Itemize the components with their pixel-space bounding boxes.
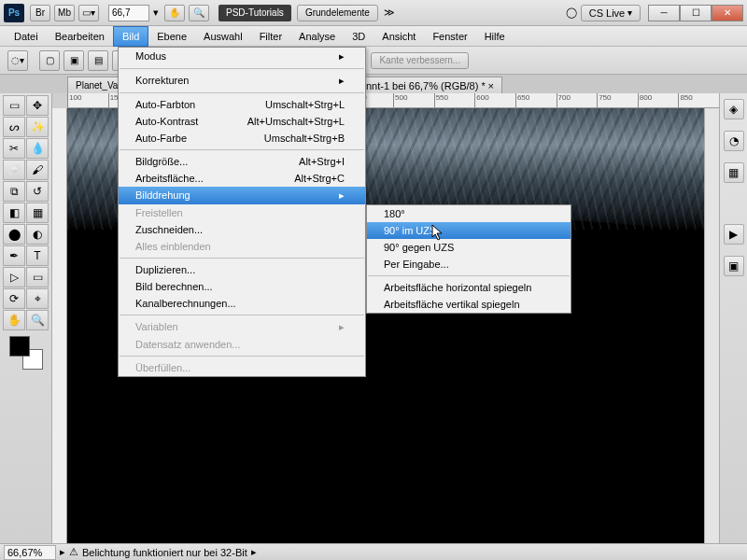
path-select-icon[interactable]: ▷ — [3, 267, 25, 287]
menu-datei[interactable]: Datei — [6, 26, 47, 47]
cslive-button[interactable]: CS Live ▾ — [581, 5, 641, 21]
psd-tutorials-button[interactable]: PSD-Tutorials — [218, 5, 291, 21]
3d-camera-icon[interactable]: ⌖ — [26, 288, 49, 309]
crop-tool-icon[interactable]: ✂ — [3, 138, 25, 159]
menu-fenster[interactable]: Fenster — [424, 26, 475, 47]
menu-item[interactable]: Modus▸ — [119, 48, 365, 65]
stamp-tool-icon[interactable]: ⧉ — [3, 181, 25, 202]
titlebar: Ps Br Mb ▭▾ ▾ ✋ 🔍 PSD-Tutorials Grundele… — [0, 0, 747, 26]
zoom-tool-icon[interactable]: 🔍 — [26, 310, 49, 330]
menu-bearbeiten[interactable]: Bearbeiten — [47, 26, 113, 47]
menu-analyse[interactable]: Analyse — [290, 26, 344, 47]
menu-hilfe[interactable]: Hilfe — [476, 26, 514, 47]
gradient-tool-icon[interactable]: ▦ — [26, 203, 49, 223]
lasso-tool-icon[interactable]: ᔕ — [3, 117, 25, 137]
menu-item[interactable]: Bilddrehung▸ — [119, 187, 365, 204]
selection-new-icon[interactable]: ▢ — [39, 50, 60, 71]
menu-ebene[interactable]: Ebene — [148, 26, 195, 47]
menu-auswahl[interactable]: Auswahl — [195, 26, 251, 47]
selection-sub-icon[interactable]: ▤ — [88, 50, 108, 71]
menu-filter[interactable]: Filter — [251, 26, 290, 47]
history-panel-icon[interactable]: ▶ — [724, 224, 744, 245]
eyedropper-tool-icon[interactable]: 💧 — [26, 138, 49, 159]
options-bar: ◌▾ ▢ ▣ ▤ ▥ B: ⇄ H: Kante verbessern... — [0, 47, 747, 75]
menu-item[interactable]: 90° gegen UZS — [367, 239, 571, 256]
ruler-vertical — [52, 108, 67, 543]
menu-item[interactable]: 90° im UZS — [367, 222, 571, 239]
dodge-tool-icon[interactable]: ◐ — [26, 224, 49, 245]
menu-item[interactable]: Duplizieren... — [119, 261, 365, 278]
menu-item[interactable]: Per Eingabe... — [367, 256, 571, 273]
menu-item[interactable]: Auto-FarbeUmschalt+Strg+B — [119, 130, 365, 147]
magic-wand-icon[interactable]: ✨ — [26, 117, 49, 137]
refine-edge-button[interactable]: Kante verbessern... — [371, 52, 469, 69]
status-message: Belichtung funktioniert nur bei 32-Bit — [82, 547, 247, 558]
close-button[interactable]: ✕ — [712, 5, 743, 21]
pen-tool-icon[interactable]: ✒ — [3, 245, 25, 266]
menu-item[interactable]: Auto-KontrastAlt+Umschalt+Strg+L — [119, 113, 365, 130]
menu-item[interactable]: 180° — [367, 205, 571, 222]
menu-item[interactable]: Korrekturen▸ — [119, 72, 365, 90]
brush-tool-icon[interactable]: 🖌 — [26, 160, 49, 180]
chevron-right-icon[interactable]: ≫ — [384, 7, 395, 19]
selection-add-icon[interactable]: ▣ — [63, 50, 84, 71]
menu-ansicht[interactable]: Ansicht — [374, 26, 424, 47]
hand-tool-icon[interactable]: ✋ — [3, 310, 25, 330]
menu-item: Freistellen — [119, 204, 365, 221]
zoom-icon[interactable]: 🔍 — [189, 5, 209, 21]
status-bar: 66,67% ▸ ⚠ Belichtung funktioniert nur b… — [0, 543, 747, 560]
ps-logo-icon: Ps — [4, 4, 24, 22]
menu-item[interactable]: Auto-FarbtonUmschalt+Strg+L — [119, 96, 365, 113]
scrollbar-vertical[interactable] — [704, 108, 719, 543]
close-tab-icon[interactable]: × — [488, 80, 494, 91]
menu-item: Datensatz anwenden... — [119, 336, 365, 353]
workspace-button[interactable]: Grundelemente — [297, 5, 378, 21]
bridge-icon[interactable]: Br — [30, 5, 50, 21]
layers-panel-icon[interactable]: ◈ — [724, 99, 744, 119]
menu-item[interactable]: Arbeitsfläche horizontal spiegeln — [367, 279, 571, 296]
minibridge-icon[interactable]: Mb — [54, 5, 75, 21]
eraser-tool-icon[interactable]: ◧ — [3, 203, 25, 223]
menu-item: Variablen▸ — [119, 318, 365, 336]
menu-3d[interactable]: 3D — [344, 26, 374, 47]
blur-tool-icon[interactable]: ⬤ — [3, 224, 25, 245]
move-tool-icon[interactable]: ✥ — [26, 95, 49, 116]
history-brush-icon[interactable]: ↺ — [26, 181, 49, 202]
marquee-tool-icon[interactable]: ▭ — [3, 95, 25, 116]
color-picker[interactable] — [9, 336, 43, 370]
menu-item[interactable]: Zuschneiden... — [119, 221, 365, 238]
shape-tool-icon[interactable]: ▭ — [26, 267, 49, 287]
document-tab-bar: Planet_Va… Unbenannt-1 bei 66,7% (RGB/8)… — [0, 75, 747, 93]
3d-tool-icon[interactable]: ⟳ — [3, 288, 25, 309]
marquee-tool-preset-icon[interactable]: ◌▾ — [7, 50, 28, 71]
menu-item[interactable]: Kanalberechnungen... — [119, 295, 365, 312]
zoom-input[interactable] — [108, 5, 149, 21]
hand-icon[interactable]: ✋ — [164, 5, 185, 21]
main-area: ▭✥ ᔕ✨ ✂💧 🩹🖌 ⧉↺ ◧▦ ⬤◐ ✒T ▷▭ ⟳⌖ ✋🔍 1001502… — [0, 93, 747, 543]
foreground-color[interactable] — [9, 336, 30, 357]
type-tool-icon[interactable]: T — [26, 245, 49, 266]
chevron-down-icon[interactable]: ▾ — [153, 7, 159, 19]
toolbox: ▭✥ ᔕ✨ ✂💧 🩹🖌 ⧉↺ ◧▦ ⬤◐ ✒T ▷▭ ⟳⌖ ✋🔍 — [0, 93, 52, 543]
menu-item[interactable]: Arbeitsfläche...Alt+Strg+C — [119, 170, 365, 187]
status-zoom-field[interactable]: 66,67% — [4, 545, 56, 560]
menu-item[interactable]: Arbeitsfläche vertikal spiegeln — [367, 296, 571, 313]
arrow-right-icon[interactable]: ▸ — [60, 546, 65, 558]
menubar: DateiBearbeitenBildEbeneAuswahlFilterAna… — [0, 26, 747, 47]
warning-icon: ⚠ — [69, 546, 78, 558]
maximize-button[interactable]: ☐ — [680, 5, 712, 21]
menu-item[interactable]: Bildgröße...Alt+Strg+I — [119, 153, 365, 170]
swatches-panel-icon[interactable]: ▦ — [724, 162, 744, 183]
healing-brush-icon[interactable]: 🩹 — [3, 160, 25, 180]
menu-item: Überfüllen... — [119, 359, 365, 376]
actions-panel-icon[interactable]: ▣ — [724, 256, 744, 276]
cslive-icon: ◯ — [566, 7, 577, 19]
color-panel-icon[interactable]: ◔ — [724, 131, 744, 151]
arrow-right-icon[interactable]: ▸ — [251, 546, 257, 558]
menu-item[interactable]: Bild berechnen... — [119, 278, 365, 295]
minimize-button[interactable]: ─ — [648, 5, 680, 21]
screen-mode-icon[interactable]: ▭▾ — [78, 5, 99, 21]
menu-bild[interactable]: Bild — [113, 26, 148, 47]
window-controls: ─ ☐ ✕ — [648, 5, 743, 21]
submenu-bilddrehung: 180°90° im UZS90° gegen UZSPer Eingabe..… — [366, 204, 571, 314]
